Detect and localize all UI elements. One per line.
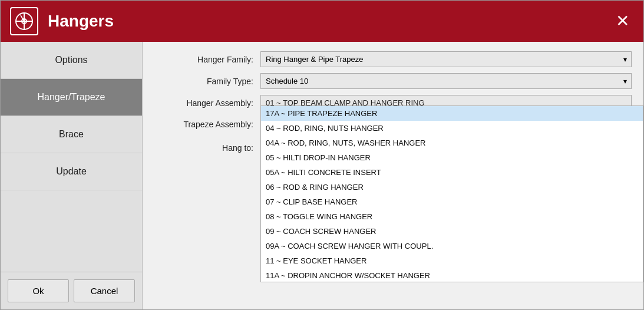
hanger-assembly-label: Hanger Assembly: [154,98,260,108]
hanger-family-label: Hanger Family: [154,55,260,64]
title-bar: Hangers ✕ [1,1,643,42]
sidebar: Options Hanger/Trapeze Brace Update Ok C… [1,42,143,309]
dialog-title: Hangers [48,12,611,31]
family-type-dropdown-wrapper: Schedule 10 [260,73,632,89]
list-item[interactable]: 08 ~ TOGGLE WING HANGER [261,209,643,224]
dialog-body: Options Hanger/Trapeze Brace Update Ok C… [1,42,643,309]
app-logo [10,7,38,35]
trapeze-assembly-label: Trapeze Assembly: [154,117,260,129]
main-content: Hanger Family: Ring Hanger & Pipe Trapez… [143,42,643,309]
list-item[interactable]: 05 ~ HILTI DROP-IN HANGER [261,150,643,165]
close-button[interactable]: ✕ [611,11,634,32]
trapeze-assembly-dropdown-list[interactable]: 17A ~ PIPE TRAPEZE HANGER 04 ~ ROD, RING… [260,105,643,282]
hanger-family-dropdown-wrapper: Ring Hanger & Pipe Trapeze [260,51,632,67]
sidebar-item-update[interactable]: Update [1,153,142,190]
list-item[interactable]: 04A ~ ROD, RING, NUTS, WASHER HANGER [261,136,643,150]
list-item[interactable]: 06 ~ ROD & RING HANGER [261,180,643,194]
ok-button[interactable]: Ok [8,279,69,302]
list-item[interactable]: 09A ~ COACH SCREW HANGER WITH COUPL. [261,239,643,253]
hanger-family-row: Hanger Family: Ring Hanger & Pipe Trapez… [154,51,632,67]
list-item[interactable]: 11A ~ DROPIN ANCHOR W/SOCKET HANGER [261,268,643,282]
hanger-family-dropdown[interactable]: Ring Hanger & Pipe Trapeze [260,51,632,67]
list-item[interactable]: 04 ~ ROD, RING, NUTS HANGER [261,121,643,136]
cancel-button[interactable]: Cancel [74,279,135,302]
list-item[interactable]: 11 ~ EYE SOCKET HANGER [261,253,643,268]
list-item[interactable]: 07 ~ CLIP BASE HANGER [261,194,643,209]
sidebar-footer: Ok Cancel [1,272,142,309]
hang-to-label: Hang to: [154,141,260,153]
sidebar-item-hanger-trapeze[interactable]: Hanger/Trapeze [1,79,142,116]
sidebar-item-options[interactable]: Options [1,42,142,79]
list-item[interactable]: 17A ~ PIPE TRAPEZE HANGER [261,106,643,121]
family-type-dropdown[interactable]: Schedule 10 [260,73,632,89]
sidebar-item-brace[interactable]: Brace [1,116,142,153]
list-item[interactable]: 05A ~ HILTI CONCRETE INSERT [261,165,643,180]
family-type-label: Family Type: [154,77,260,86]
family-type-row: Family Type: Schedule 10 [154,73,632,89]
list-item[interactable]: 09 ~ COACH SCREW HANGER [261,224,643,239]
hangers-dialog: Hangers ✕ Options Hanger/Trapeze Brace U… [0,0,644,310]
